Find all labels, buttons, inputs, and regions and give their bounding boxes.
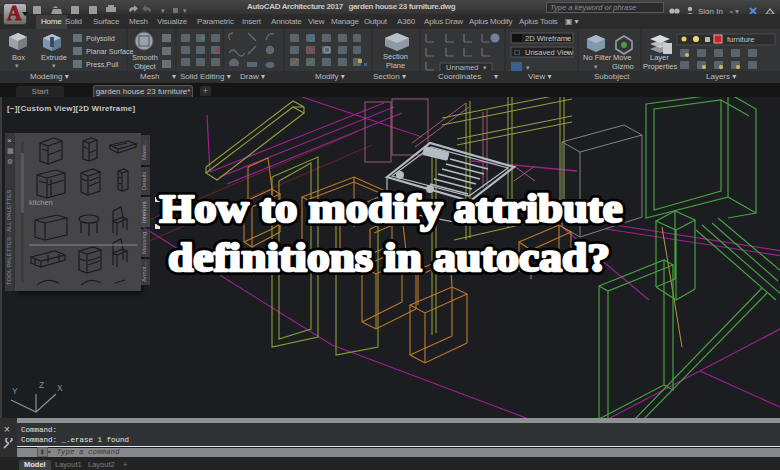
- svg-text:definitions in autocad?: definitions in autocad?: [168, 234, 610, 280]
- svg-text:How to modify attribute: How to modify attribute: [160, 185, 623, 231]
